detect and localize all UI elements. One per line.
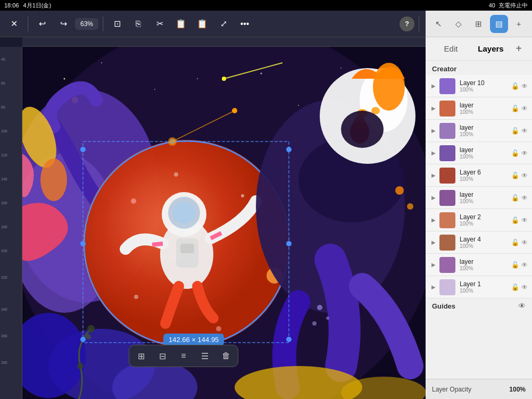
layer-row[interactable]: ▶ layer 100% 🔓 👁 [426, 187, 532, 209]
layer-lock-icon[interactable]: 🔓 [511, 82, 519, 90]
layers-add-button[interactable]: + [511, 41, 527, 57]
layer-expand-icon[interactable]: ▶ [430, 217, 437, 224]
layer-visibility-icon[interactable]: 👁 [521, 149, 528, 157]
layer-lock-icon[interactable]: 🔓 [511, 149, 519, 157]
layer-expand-icon[interactable]: ▶ [430, 239, 437, 246]
more-button[interactable]: ••• [235, 14, 254, 34]
panel-pointer-tool[interactable]: ↖ [430, 15, 448, 33]
layer-icons: 🔓 👁 [511, 239, 528, 246]
layer-lock-icon[interactable]: 🔓 [511, 194, 519, 202]
layer-row[interactable]: ▶ Layer 6 100% 🔓 👁 [426, 164, 532, 187]
paste-button[interactable]: 📋 [193, 14, 212, 34]
layer-expand-icon[interactable]: ▶ [430, 127, 437, 135]
layer-name: Layer 1 [460, 280, 511, 288]
zoom-button[interactable]: 63% [75, 18, 98, 30]
help-button[interactable]: ? [400, 16, 414, 31]
svg-point-26 [172, 202, 196, 223]
layer-row[interactable]: ▶ Layer 10 100% 🔓 👁 [426, 75, 532, 97]
tab-edit[interactable]: Edit [431, 40, 471, 58]
tab-layers[interactable]: Layers [471, 40, 511, 58]
layer-opacity: 100% [460, 87, 511, 93]
layer-opacity: 100% [460, 176, 511, 182]
layer-name: layer [460, 258, 511, 265]
layer-visibility-icon[interactable]: 👁 [521, 82, 528, 90]
panel-add-tool[interactable]: + [510, 15, 528, 33]
layer-opacity: 100% [460, 243, 511, 249]
crop-button[interactable]: ⊡ [107, 14, 127, 34]
layer-row[interactable]: ▶ Layer 1 100% 🔓 👁 [426, 276, 532, 298]
transform-button[interactable]: ⤢ [214, 14, 233, 34]
svg-point-56 [407, 203, 413, 210]
layer-info: Layer 1 100% [460, 280, 511, 294]
layer-visibility-icon[interactable]: 👁 [521, 105, 528, 112]
duplicate-button[interactable]: ⎘ [129, 14, 148, 34]
layer-visibility-icon[interactable]: 👁 [521, 261, 528, 269]
align-btn[interactable]: ☰ [194, 346, 215, 365]
svg-point-70 [232, 108, 237, 113]
layer-row[interactable]: ▶ layer 100% 🔓 👁 [426, 97, 532, 120]
svg-point-19 [40, 159, 67, 201]
layer-thumbnail [439, 78, 455, 94]
layer-thumbnail [439, 212, 455, 228]
layer-expand-icon[interactable]: ▶ [430, 172, 437, 179]
undo-button[interactable]: ↩ [32, 14, 52, 34]
layer-visibility-icon[interactable]: 👁 [521, 284, 528, 291]
layer-row[interactable]: ▶ Layer 2 100% 🔓 👁 [426, 209, 532, 231]
layer-expand-icon[interactable]: ▶ [430, 105, 437, 112]
layer-visibility-icon[interactable]: 👁 [521, 239, 528, 246]
layer-lock-icon[interactable]: 🔓 [511, 172, 519, 179]
layer-row[interactable]: ▶ Layer 4 100% 🔓 👁 [426, 231, 532, 254]
panel-layers-tool[interactable]: ▤ [490, 15, 508, 33]
layer-icons: 🔓 👁 [511, 127, 528, 135]
layers-btn[interactable]: ⊞ [130, 346, 152, 365]
layer-expand-icon[interactable]: ▶ [430, 82, 437, 90]
layer-thumbnail [439, 279, 455, 295]
panel-tabs: Edit Layers + [426, 37, 532, 61]
panel-arrange-tool[interactable]: ⊞ [470, 15, 488, 33]
layer-expand-icon[interactable]: ▶ [430, 284, 437, 291]
layer-info: Layer 6 100% [460, 169, 511, 182]
layer-lock-icon[interactable]: 🔓 [511, 284, 519, 291]
layer-row[interactable]: ▶ layer 100% 🔓 👁 [426, 120, 532, 142]
separator-3 [419, 16, 419, 31]
layer-row[interactable]: ▶ layer 100% 🔓 👁 [426, 142, 532, 164]
copy-button[interactable]: 📋 [171, 14, 190, 34]
redo-button[interactable]: ↪ [54, 14, 73, 34]
grid-btn[interactable]: ⊟ [152, 346, 173, 365]
panel-diamond-tool[interactable]: ◇ [450, 15, 468, 33]
distribute-btn[interactable]: ≡ [173, 346, 194, 365]
layer-lock-icon[interactable]: 🔓 [511, 217, 519, 224]
svg-line-29 [152, 244, 163, 245]
layer-icons: 🔓 👁 [511, 261, 528, 269]
svg-point-13 [222, 77, 226, 81]
cut-button[interactable]: ✂ [150, 14, 169, 34]
layer-rows-container: ▶ Layer 10 100% 🔓 👁 ▶ layer 100% 🔓 👁 ▶ l… [426, 75, 532, 298]
layers-panel[interactable]: Creator ▶ Layer 10 100% 🔓 👁 ▶ layer 100%… [426, 61, 532, 379]
layer-name: Layer 2 [460, 213, 511, 221]
svg-point-53 [326, 317, 329, 320]
layer-lock-icon[interactable]: 🔓 [511, 239, 519, 246]
layer-expand-icon[interactable]: ▶ [430, 261, 437, 269]
layer-thumbnail [439, 123, 455, 139]
close-button[interactable]: ✕ [4, 14, 23, 34]
layer-lock-icon[interactable]: 🔓 [511, 105, 519, 112]
layer-visibility-icon[interactable]: 👁 [521, 172, 528, 179]
layer-expand-icon[interactable]: ▶ [430, 194, 437, 202]
opacity-value: 100% [509, 386, 526, 393]
layer-expand-icon[interactable]: ▶ [430, 149, 437, 157]
layer-visibility-icon[interactable]: 👁 [521, 127, 528, 135]
guides-eye-icon[interactable]: 👁 [518, 302, 526, 310]
layer-lock-icon[interactable]: 🔓 [511, 127, 519, 135]
layer-visibility-icon[interactable]: 👁 [521, 194, 528, 202]
svg-point-6 [298, 105, 299, 106]
layer-info: Layer 2 100% [460, 213, 511, 227]
layer-icons: 🔓 👁 [511, 217, 528, 224]
layer-info: layer 100% [460, 258, 511, 271]
layer-visibility-icon[interactable]: 👁 [521, 217, 528, 224]
layer-row[interactable]: ▶ layer 100% 🔓 👁 [426, 254, 532, 276]
layer-lock-icon[interactable]: 🔓 [511, 261, 519, 269]
layer-name: Layer 4 [460, 236, 511, 243]
layer-name: layer [460, 124, 511, 131]
status-date: 4月1日(金) [23, 2, 52, 10]
delete-btn[interactable]: 🗑 [215, 346, 237, 365]
